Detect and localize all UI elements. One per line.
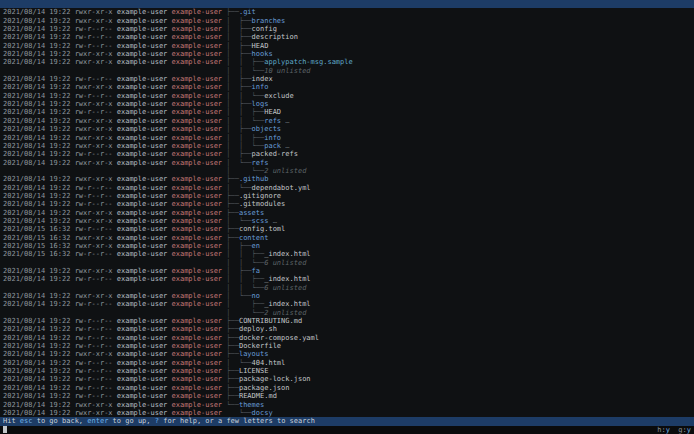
file-owner: example-user bbox=[117, 142, 168, 150]
file-row[interactable]: 2021/08/14 19:22rwxr-xr-xexample-userexa… bbox=[0, 117, 694, 125]
file-permissions: rwxr-xr-x bbox=[75, 409, 113, 417]
file-row[interactable]: 2021/08/14 19:22rw-r--r--example-userexa… bbox=[0, 42, 694, 50]
file-name[interactable]: package-lock.json bbox=[239, 375, 311, 383]
file-row[interactable]: 2021/08/14 19:22rwxr-xr-xexample-userexa… bbox=[0, 409, 694, 417]
file-row[interactable]: 2021/08/14 19:22rwxr-xr-xexample-userexa… bbox=[0, 100, 694, 108]
dir-name[interactable]: .github bbox=[239, 175, 269, 183]
file-row[interactable]: 2021/08/14 19:22rwxr-xr-xexample-userexa… bbox=[0, 292, 694, 300]
file-name[interactable]: description bbox=[252, 33, 298, 41]
file-row[interactable]: 2021/08/14 19:22rwxr-xr-xexample-userexa… bbox=[0, 175, 694, 183]
file-name[interactable]: applypatch-msg.sample bbox=[264, 58, 353, 66]
file-row[interactable]: 2021/08/14 19:22rwxr-xr-xexample-userexa… bbox=[0, 50, 694, 58]
file-row[interactable]: 2021/08/14 19:22rwxr-xr-xexample-userexa… bbox=[0, 267, 694, 275]
dir-name[interactable]: info bbox=[252, 83, 269, 91]
file-group: example-user bbox=[172, 401, 223, 409]
file-name[interactable]: Dockerfile bbox=[239, 342, 281, 350]
file-row[interactable]: 2021/08/14 19:22rw-r--r--example-userexa… bbox=[0, 367, 694, 375]
dir-name[interactable]: branches bbox=[252, 17, 286, 25]
dir-name[interactable]: logs bbox=[252, 100, 269, 108]
file-row[interactable]: 2021/08/14 19:22rw-r--r--example-userexa… bbox=[0, 75, 694, 83]
file-row[interactable]: 2021/08/14 19:22rwxr-xr-xexample-userexa… bbox=[0, 350, 694, 358]
file-name[interactable]: LICENSE bbox=[239, 367, 269, 375]
file-row[interactable]: 2021/08/14 19:22rw-r--r--example-userexa… bbox=[0, 375, 694, 383]
file-row[interactable]: 2021/08/14 19:22rwxr-xr-xexample-userexa… bbox=[0, 8, 694, 16]
dir-name[interactable]: hooks bbox=[252, 50, 273, 58]
dir-name[interactable]: scss bbox=[252, 217, 269, 225]
dir-name[interactable]: .git bbox=[239, 8, 256, 16]
file-row[interactable]: 2021/08/14 19:22rw-r--r--example-userexa… bbox=[0, 108, 694, 116]
dir-name[interactable]: fa bbox=[252, 267, 260, 275]
file-name[interactable]: HEAD bbox=[264, 108, 281, 116]
file-row[interactable]: 2021/08/15 16:32rw-r--r--example-userexa… bbox=[0, 225, 694, 233]
dir-name[interactable]: themes bbox=[239, 401, 264, 409]
file-name[interactable]: README.md bbox=[239, 392, 277, 400]
file-group: example-user bbox=[172, 342, 223, 350]
file-name[interactable]: dependabot.yml bbox=[252, 184, 311, 192]
file-row[interactable]: 2021/08/14 19:22rw-r--r--example-userexa… bbox=[0, 200, 694, 208]
tree-branch: │ ├── bbox=[226, 17, 251, 25]
file-row[interactable]: 2021/08/15 16:32rwxr-xr-xexample-userexa… bbox=[0, 234, 694, 242]
file-row[interactable]: 2021/08/14 19:22rw-r--r--example-userexa… bbox=[0, 192, 694, 200]
file-row[interactable]: 2021/08/14 19:22rw-r--r--example-userexa… bbox=[0, 184, 694, 192]
file-row[interactable]: 2021/08/14 19:22rwxr-xr-xexample-userexa… bbox=[0, 17, 694, 25]
file-row[interactable]: 2021/08/14 19:22rw-r--r--example-userexa… bbox=[0, 150, 694, 158]
file-name[interactable]: _index.html bbox=[264, 250, 310, 258]
file-name[interactable]: _index.html bbox=[264, 275, 310, 283]
search-input-bar[interactable]: h:y g:y bbox=[0, 426, 694, 434]
file-group: example-user bbox=[172, 392, 223, 400]
dir-name[interactable]: en bbox=[252, 242, 260, 250]
file-row[interactable]: 2021/08/14 19:22rwxr-xr-xexample-userexa… bbox=[0, 401, 694, 409]
file-row[interactable]: 2021/08/14 19:22rw-r--r--example-userexa… bbox=[0, 92, 694, 100]
dir-name[interactable]: layouts bbox=[239, 350, 269, 358]
file-row[interactable]: 2021/08/14 19:22rwxr-xr-xexample-userexa… bbox=[0, 209, 694, 217]
file-row[interactable]: 2021/08/14 19:22rwxr-xr-xexample-userexa… bbox=[0, 58, 694, 66]
file-row[interactable]: 2021/08/14 19:22rw-r--r--example-userexa… bbox=[0, 359, 694, 367]
file-name[interactable]: index bbox=[252, 75, 273, 83]
tree-branch: │ └── bbox=[226, 184, 251, 192]
file-row[interactable]: 2021/08/14 19:22rw-r--r--example-userexa… bbox=[0, 384, 694, 392]
file-row[interactable]: 2021/08/14 19:22rwxr-xr-xexample-userexa… bbox=[0, 159, 694, 167]
file-name[interactable]: packed-refs bbox=[252, 150, 298, 158]
file-row[interactable]: 2021/08/14 19:22rw-r--r--example-userexa… bbox=[0, 317, 694, 325]
dir-name[interactable]: info bbox=[264, 134, 281, 142]
file-name[interactable]: exclude bbox=[264, 92, 294, 100]
file-row[interactable]: 2021/08/14 19:22rw-r--r--example-userexa… bbox=[0, 33, 694, 41]
file-name[interactable]: HEAD bbox=[252, 42, 269, 50]
dir-name[interactable]: objects bbox=[252, 125, 282, 133]
file-row[interactable]: 2021/08/14 19:22rw-r--r--example-userexa… bbox=[0, 392, 694, 400]
dir-name[interactable]: refs bbox=[264, 117, 281, 125]
file-name[interactable]: package.json bbox=[239, 384, 290, 392]
file-row[interactable]: 2021/08/14 19:22rwxr-xr-xexample-userexa… bbox=[0, 125, 694, 133]
file-name[interactable]: config bbox=[252, 25, 277, 33]
dir-name[interactable]: docsy bbox=[252, 409, 273, 417]
file-row[interactable]: 2021/08/14 19:22rw-r--r--example-userexa… bbox=[0, 25, 694, 33]
file-name[interactable]: docker-compose.yaml bbox=[239, 334, 319, 342]
file-row[interactable]: 2021/08/15 16:32rwxr-xr-xexample-userexa… bbox=[0, 242, 694, 250]
unlisted-row: │ └──2 unlisted bbox=[0, 167, 694, 175]
file-name[interactable]: .gitmodules bbox=[239, 200, 285, 208]
dir-name[interactable]: content bbox=[239, 234, 269, 242]
dir-name[interactable]: refs bbox=[252, 159, 269, 167]
file-row[interactable]: 2021/08/14 19:22rw-r--r--example-userexa… bbox=[0, 275, 694, 283]
file-name[interactable]: 404.html bbox=[252, 359, 286, 367]
dir-name[interactable]: no bbox=[252, 292, 260, 300]
file-name[interactable]: CONTRIBUTING.md bbox=[239, 317, 302, 325]
file-owner: example-user bbox=[117, 409, 168, 417]
file-row[interactable]: 2021/08/14 19:22rw-r--r--example-userexa… bbox=[0, 300, 694, 308]
file-row[interactable]: 2021/08/14 19:22rw-r--r--example-userexa… bbox=[0, 334, 694, 342]
dir-name[interactable]: assets bbox=[239, 209, 264, 217]
unlisted-label: 6 unlisted bbox=[264, 284, 306, 292]
file-name[interactable]: config.toml bbox=[239, 225, 285, 233]
file-row[interactable]: 2021/08/14 19:22rwxr-xr-xexample-userexa… bbox=[0, 83, 694, 91]
file-row[interactable]: 2021/08/14 19:22rw-r--r--example-userexa… bbox=[0, 342, 694, 350]
file-name[interactable]: .gitignore bbox=[239, 192, 281, 200]
file-name[interactable]: _index.html bbox=[264, 300, 310, 308]
file-name[interactable]: deploy.sh bbox=[239, 325, 277, 333]
dir-name[interactable]: pack bbox=[264, 142, 281, 150]
file-row[interactable]: 2021/08/14 19:22rwxr-xr-xexample-userexa… bbox=[0, 217, 694, 225]
file-group: example-user bbox=[172, 242, 223, 250]
file-row[interactable]: 2021/08/14 19:22rwxr-xr-xexample-userexa… bbox=[0, 142, 694, 150]
file-row[interactable]: 2021/08/14 19:22rw-r--r--example-userexa… bbox=[0, 325, 694, 333]
file-row[interactable]: 2021/08/15 16:32rw-r--r--example-userexa… bbox=[0, 250, 694, 258]
file-row[interactable]: 2021/08/14 19:22rwxr-xr-xexample-userexa… bbox=[0, 134, 694, 142]
